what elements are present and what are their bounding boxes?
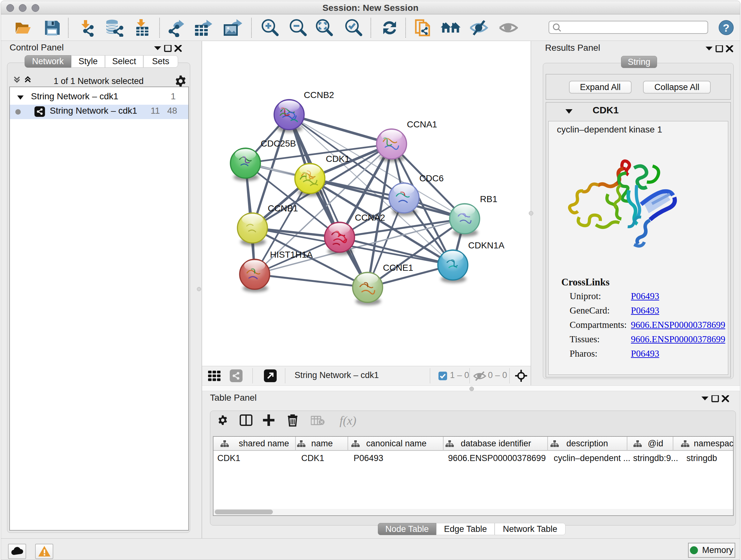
svg-text:CDKN1A: CDKN1A bbox=[468, 240, 504, 250]
svg-text:CCNE1: CCNE1 bbox=[383, 263, 413, 273]
svg-text:CCNB2: CCNB2 bbox=[304, 90, 334, 100]
svg-text:HIST1H1A: HIST1H1A bbox=[270, 250, 313, 260]
svg-text:CCNA1: CCNA1 bbox=[407, 119, 437, 129]
svg-text:CCNB1: CCNB1 bbox=[268, 203, 298, 213]
svg-text:CDC25B: CDC25B bbox=[261, 138, 296, 148]
svg-text:CCNA2: CCNA2 bbox=[355, 212, 385, 223]
svg-text:CDC6: CDC6 bbox=[419, 173, 444, 183]
svg-text:RB1: RB1 bbox=[480, 194, 497, 204]
svg-text:CDK1: CDK1 bbox=[326, 154, 350, 164]
